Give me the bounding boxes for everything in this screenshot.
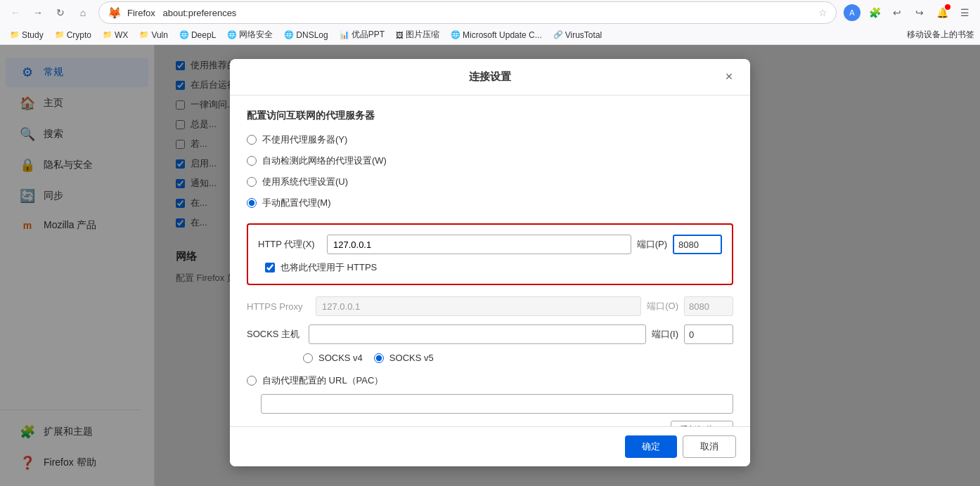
folder-icon: 📁 [55,30,65,39]
socks-port-input[interactable] [684,324,733,344]
bookmark-youpinppt[interactable]: 📊 优品PPT [335,27,389,42]
bookmark-vuln[interactable]: 📁 Vuln [135,29,172,41]
socks4-radio[interactable]: SOCKS v4 [303,353,363,363]
http-proxy-row: HTTP 代理(X) 端口(P) [258,235,722,254]
https-proxy-row: HTTPS Proxy 端口(O) [247,296,733,316]
socks5-radio-input[interactable] [374,353,384,363]
bookmark-deepl-label: DeepL [191,30,216,40]
extensions-button[interactable]: 🧩 [865,3,884,22]
home-button[interactable]: ⌂ [73,3,93,22]
http-proxy-input[interactable] [327,235,631,254]
folder-icon: 📁 [10,30,20,39]
bookmark-wx[interactable]: 📁 WX [98,29,132,41]
also-https-row: 也将此代理用于 HTTPS [258,261,722,274]
folder-icon: 📁 [103,30,112,39]
forward-button[interactable]: → [28,3,48,22]
bookmark-dnslog[interactable]: 🌐 DNSLog [280,29,332,41]
socks4-label: SOCKS v4 [318,353,363,363]
bookmark-tupian-label: 图片压缩 [406,29,439,41]
bookmark-crypto-label: Crypto [67,30,91,40]
socks-port-label: 端口(I) [652,328,678,341]
http-proxy-config-box: HTTP 代理(X) 端口(P) 也将此代理用于 HTTPS [247,223,733,285]
back-button[interactable]: ← [6,3,25,22]
socks-host-label: SOCKS 主机 [247,328,303,341]
title-bar: ← → ↻ ⌂ 🦊 Firefox about:preferences ☆ A … [0,0,980,25]
socks5-label: SOCKS v5 [389,353,434,363]
pac-radio-row: 自动代理配置的 URL（PAC） [247,374,733,387]
radio-no-proxy[interactable]: 不使用代理服务器(Y) [247,133,733,146]
radio-no-proxy-input[interactable] [247,135,257,145]
proxy-section-heading: 配置访问互联网的代理服务器 [247,110,733,122]
proxy-radio-group: 不使用代理服务器(Y) 自动检测此网络的代理设置(W) 使用系统代理设置(U) … [247,133,733,209]
bookmark-star-icon[interactable]: ☆ [818,7,827,18]
confirm-button[interactable]: 确定 [625,435,677,458]
radio-manual-proxy-input[interactable] [247,198,257,208]
profile-button[interactable]: A [842,3,862,22]
notification-button[interactable]: 🔔 [932,3,952,22]
radio-system-proxy-input[interactable] [247,177,257,187]
socks-version-row: SOCKS v4 SOCKS v5 [247,353,733,363]
bookmarks-bar: 📁 Study 📁 Crypto 📁 WX 📁 Vuln 🌐 DeepL 🌐 网… [0,25,980,45]
address-bar[interactable]: 🦊 Firefox about:preferences ☆ [98,1,837,24]
back-button-2[interactable]: ↩ [887,3,907,22]
dialog-close-button[interactable]: × [719,67,739,87]
menu-button[interactable]: ☰ [955,3,974,22]
http-port-label: 端口(P) [637,238,667,251]
globe-icon: 🌐 [179,30,189,39]
pac-url-input[interactable] [261,394,733,414]
bookmark-deepl[interactable]: 🌐 DeepL [175,29,220,41]
pac-radio[interactable]: 自动代理配置的 URL（PAC） [247,374,383,387]
globe-icon: 🌐 [227,30,237,39]
https-proxy-input [316,296,641,316]
bookmark-microsoft[interactable]: 🌐 Microsoft Update C... [446,29,546,41]
reload-button[interactable]: ↻ [51,3,70,22]
bookmark-vuln-label: Vuln [151,30,168,40]
also-https-label: 也将此代理用于 HTTPS [281,261,377,274]
http-proxy-label: HTTP 代理(X) [258,238,321,251]
http-port-input[interactable] [673,235,722,254]
pac-radio-input[interactable] [247,376,257,386]
socks-host-input[interactable] [309,324,646,344]
avatar: A [844,4,860,21]
folder-icon: 📁 [139,30,149,39]
bookmark-virustotal-label: VirusTotal [565,30,602,40]
radio-auto-detect-input[interactable] [247,156,257,166]
https-proxy-label: HTTPS Proxy [247,301,310,312]
forward-button-2[interactable]: ↪ [910,3,929,22]
dialog-header: 连接设置 × [230,59,750,96]
bookmark-microsoft-label: Microsoft Update C... [463,30,542,40]
dialog-body: 配置访问互联网的代理服务器 不使用代理服务器(Y) 自动检测此网络的代理设置(W… [230,96,750,426]
image-icon: 🖼 [396,31,404,39]
cancel-button[interactable]: 取消 [683,435,736,458]
nav-buttons: ← → ↻ ⌂ [6,3,93,22]
chart-icon: 📊 [340,30,349,39]
bookmark-youpinppt-label: 优品PPT [352,29,385,41]
bookmark-wx-label: WX [115,30,128,40]
also-https-checkbox[interactable] [265,263,275,272]
bookmark-crypto[interactable]: 📁 Crypto [51,29,96,41]
bookmark-wangluo[interactable]: 🌐 网络安全 [223,27,277,42]
bookmark-study[interactable]: 📁 Study [6,29,48,41]
socks4-radio-input[interactable] [303,353,313,363]
radio-manual-proxy-label: 手动配置代理(M) [262,197,331,209]
mobile-bookmarks[interactable]: 移动设备上的书签 [907,29,974,41]
radio-system-proxy[interactable]: 使用系统代理设置(U) [247,176,733,188]
main-area: ⚙ 常规 🏠 主页 🔍 搜索 🔒 隐私与安全 🔄 同步 m Mozilla 产品… [0,45,980,486]
socks-host-row: SOCKS 主机 端口(I) [247,324,733,344]
socks5-radio[interactable]: SOCKS v5 [374,353,434,363]
link-icon: 🔗 [553,30,563,39]
bookmark-wangluo-label: 网络安全 [239,29,273,41]
https-port-input [684,296,733,316]
radio-system-proxy-label: 使用系统代理设置(U) [262,176,348,188]
reload-pac-button[interactable]: 重新加载(F) [671,421,733,426]
radio-auto-detect[interactable]: 自动检测此网络的代理设置(W) [247,155,733,167]
globe-icon: 🌐 [284,30,294,39]
dialog-overlay: 连接设置 × 配置访问互联网的代理服务器 不使用代理服务器(Y) 自动检测此网络… [0,45,980,486]
bookmark-virustotal[interactable]: 🔗 VirusTotal [549,29,606,41]
address-text: Firefox about:preferences [127,8,813,18]
toolbar-right: A 🧩 ↩ ↪ 🔔 ☰ [842,3,974,22]
notification-dot [945,4,950,10]
radio-manual-proxy[interactable]: 手动配置代理(M) [247,197,733,209]
bookmark-tupian[interactable]: 🖼 图片压缩 [392,27,444,42]
https-port-label: 端口(O) [647,300,678,313]
